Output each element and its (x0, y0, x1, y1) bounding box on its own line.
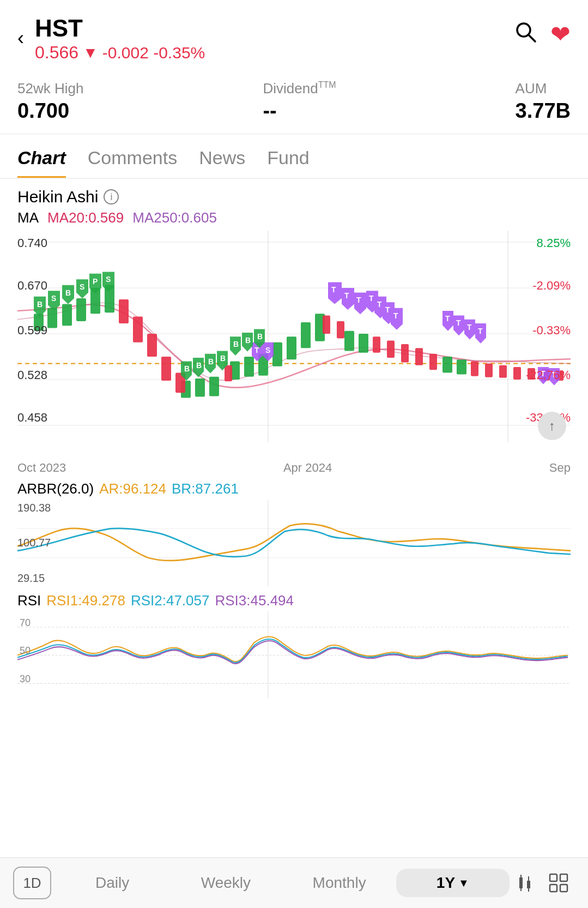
pct-label-0: 8.25% (537, 236, 571, 250)
rsi1-label: RSI1:49.278 (46, 592, 125, 609)
svg-rect-30 (119, 299, 129, 323)
svg-text:P: P (93, 277, 98, 286)
svg-rect-35 (225, 365, 232, 381)
price-line: 0.566 ▼ -0.002 -0.35% (35, 43, 205, 63)
svg-text:B: B (245, 336, 251, 345)
svg-text:T: T (356, 296, 361, 304)
x-label-oct: Oct 2023 (17, 461, 66, 475)
svg-rect-43 (471, 362, 478, 376)
ticker-block: HST 0.566 ▼ -0.002 -0.35% (35, 15, 205, 63)
svg-rect-32 (147, 334, 157, 357)
svg-rect-24 (359, 334, 368, 353)
tab-comments[interactable]: Comments (88, 147, 177, 178)
svg-rect-119 (527, 881, 530, 888)
weekly-button[interactable]: Weekly (169, 869, 282, 897)
favorite-button[interactable]: ❤ (550, 20, 571, 48)
svg-rect-39 (387, 341, 395, 358)
svg-rect-29 (209, 377, 219, 396)
rsi3-label: RSI3:45.494 (215, 592, 294, 609)
svg-text:B: B (184, 364, 190, 373)
rsi-label: RSI RSI1:49.278 RSI2:47.057 RSI3:45.494 (17, 592, 571, 609)
stat-dividend: DividendTTM -- (263, 80, 336, 123)
svg-text:T: T (254, 346, 259, 354)
svg-text:B: B (233, 340, 239, 348)
svg-text:B: B (220, 354, 226, 363)
svg-rect-19 (272, 342, 282, 366)
chart-section: Heikin Ashi i MA MA20:0.569 MA250:0.605 (0, 179, 588, 475)
stat-dividend-value: -- (263, 99, 336, 123)
ma-labels: MA MA20:0.569 MA250:0.605 (17, 209, 571, 226)
arbr-chart: 190.38 100.77 29.15 (17, 500, 571, 587)
svg-rect-31 (133, 317, 143, 342)
daily-button[interactable]: Daily (56, 869, 169, 897)
svg-rect-28 (195, 378, 205, 397)
period-1d-button[interactable]: 1D (13, 867, 51, 899)
tab-chart[interactable]: Chart (17, 147, 66, 178)
monthly-button[interactable]: Monthly (283, 869, 396, 897)
svg-text:T: T (393, 311, 398, 320)
svg-rect-45 (499, 365, 507, 378)
stat-aum: AUM 3.77B (516, 80, 571, 123)
y-label-2: 0.599 (17, 323, 47, 338)
svg-text:B: B (196, 361, 202, 370)
main-chart: B S B S P S T T T T T T T T T T T T T B (17, 231, 571, 460)
arbr-br-label: BR:87.261 (172, 480, 239, 497)
pct-label-1: -2.09% (532, 279, 571, 293)
stat-52wk-high-label: 52wk High (17, 80, 83, 97)
scroll-up-button[interactable]: ↑ (538, 412, 566, 440)
stat-52wk-high-value: 0.700 (17, 99, 83, 123)
svg-rect-123 (560, 874, 567, 881)
rsi2-label: RSI2:47.057 (131, 592, 210, 609)
stat-aum-value: 3.77B (516, 99, 571, 123)
svg-text:T: T (377, 300, 382, 309)
price-change: -0.002 -0.35% (102, 44, 205, 62)
1y-period-button[interactable]: 1Y ▼ (396, 869, 510, 897)
x-label-apr: Apr 2024 (283, 461, 332, 475)
arbr-ar-label: AR:96.124 (99, 480, 166, 497)
ticker-symbol: HST (35, 15, 205, 41)
svg-text:T: T (385, 305, 390, 314)
y-label-4: 0.458 (17, 411, 47, 425)
svg-text:S: S (106, 275, 111, 284)
svg-text:S: S (51, 294, 56, 303)
x-label-sep: Sep (549, 461, 571, 475)
svg-rect-124 (550, 885, 557, 892)
y-label-3: 0.528 (17, 368, 47, 382)
rsi-section: RSI RSI1:49.278 RSI2:47.057 RSI3:45.494 … (0, 587, 588, 699)
svg-text:T: T (445, 314, 450, 323)
svg-rect-23 (344, 331, 354, 351)
price-arrow: ▼ (83, 44, 98, 62)
stat-52wk-high: 52wk High 0.700 (17, 80, 83, 123)
svg-text:B: B (257, 333, 263, 341)
svg-rect-125 (560, 885, 567, 892)
arbr-label: ARBR(26.0) AR:96.124 BR:87.261 (17, 480, 571, 497)
search-button[interactable] (513, 20, 537, 49)
info-icon[interactable]: i (104, 189, 119, 205)
candlestick-button[interactable] (510, 867, 542, 899)
y-label-1: 0.670 (17, 279, 47, 293)
arbr-section: ARBR(26.0) AR:96.124 BR:87.261 190.38 10… (0, 475, 588, 587)
stat-aum-label: AUM (516, 80, 571, 97)
stat-dividend-label: DividendTTM (263, 80, 336, 97)
tab-news[interactable]: News (199, 147, 245, 178)
back-button[interactable]: ‹ (17, 27, 24, 50)
header-icons: ❤ (513, 20, 571, 49)
grid-button[interactable] (542, 867, 575, 899)
svg-rect-36 (323, 316, 330, 334)
svg-rect-41 (415, 348, 423, 366)
svg-text:T: T (478, 327, 483, 335)
svg-text:30: 30 (20, 673, 31, 684)
pct-label-2: -0.33% (532, 323, 571, 338)
svg-text:B: B (208, 357, 214, 366)
svg-text:T: T (369, 294, 374, 303)
tabs-row: Chart Comments News Fund (0, 134, 588, 179)
tab-fund[interactable]: Fund (267, 147, 310, 178)
svg-rect-20 (287, 337, 296, 360)
svg-text:T: T (456, 318, 461, 327)
svg-rect-44 (485, 364, 493, 377)
svg-rect-46 (513, 367, 521, 380)
svg-rect-37 (337, 321, 344, 339)
svg-rect-11 (47, 308, 57, 328)
price-value: 0.566 (35, 43, 78, 63)
svg-rect-26 (457, 360, 466, 375)
